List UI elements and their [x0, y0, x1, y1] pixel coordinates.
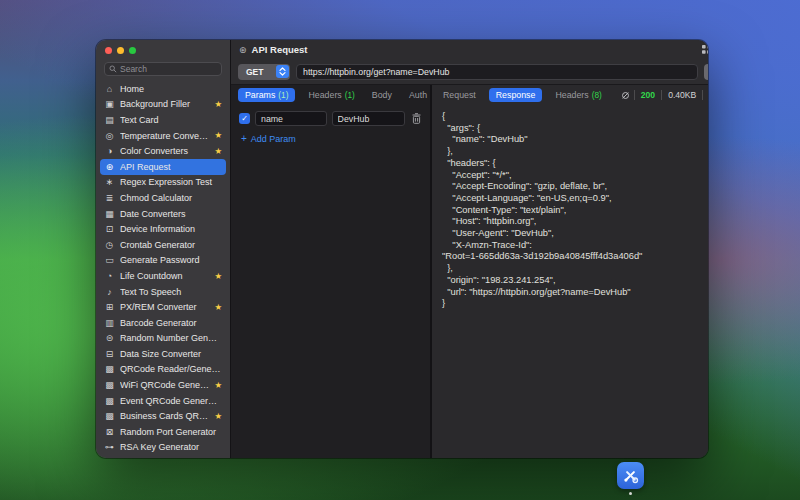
request-tab-label: Params: [245, 90, 275, 100]
param-key-input[interactable]: [255, 111, 327, 126]
sidebar-item[interactable]: ▥ Barcode Generator ★: [100, 315, 226, 331]
star-icon: ★: [214, 412, 222, 421]
sidebar-item[interactable]: ⊜ Random Number Generator ★: [100, 331, 226, 347]
sidebar-item-label: Crontab Generator: [120, 240, 222, 250]
method-select[interactable]: GET: [238, 64, 290, 80]
param-enabled-checkbox[interactable]: ✓: [239, 113, 250, 124]
send-button[interactable]: Send: [704, 64, 708, 80]
sidebar-item-label: Color Converters: [120, 146, 209, 156]
sidebar-item-icon: ⊠: [104, 427, 115, 437]
response-size: 0.40KB: [661, 90, 702, 100]
sidebar-item-label: Regex Expression Test: [120, 177, 222, 187]
sidebar-item-label: Chmod Calculator: [120, 193, 222, 203]
url-input[interactable]: [296, 64, 698, 80]
request-tab[interactable]: Auth: [405, 88, 431, 102]
sidebar-item-icon: ⊜: [104, 333, 115, 343]
sidebar-item-label: QRCode Reader/Generator: [120, 364, 222, 374]
sidebar-item-label: Barcode Generator: [120, 318, 222, 328]
sidebar-item[interactable]: ⊶ RSA Key Generator ★: [100, 440, 226, 456]
request-tab-count: (1): [345, 90, 355, 100]
delete-param-icon[interactable]: [410, 112, 422, 125]
sidebar-item-label: WiFi QRCode Generator: [120, 380, 209, 390]
sidebar-item-label: Text To Speech: [120, 287, 222, 297]
request-tab[interactable]: Body: [368, 88, 396, 102]
sidebar-item-icon: ∗: [104, 177, 115, 187]
request-tab[interactable]: Params (1): [238, 88, 295, 102]
sidebar-item-icon: ⊡: [104, 224, 115, 234]
window-title: API Request: [252, 44, 694, 55]
star-icon: ★: [214, 147, 222, 156]
request-tab-label: Headers: [308, 90, 341, 100]
sidebar-item[interactable]: ▤ Text Card ★: [100, 112, 226, 128]
sidebar-item-icon: ▩: [104, 396, 115, 406]
sidebar-item-label: Background Filler: [120, 99, 209, 109]
sidebar-item-icon: ▦: [104, 209, 115, 219]
sidebar-item-icon: ♪: [104, 287, 115, 297]
request-tab[interactable]: Headers (1): [304, 88, 358, 102]
search-field[interactable]: [104, 62, 222, 76]
sidebar-item-icon: ◷: [104, 240, 115, 250]
sidebar-item[interactable]: ◔ Life Countdown ★: [100, 268, 226, 284]
sidebar-item-icon: ▩: [104, 364, 115, 374]
sidebar-item[interactable]: ⌂ Home ★: [100, 81, 226, 97]
star-icon: ★: [214, 381, 222, 390]
sidebar-item[interactable]: ◷ Crontab Generator ★: [100, 237, 226, 253]
response-tab[interactable]: Request: [439, 88, 480, 102]
sidebar-item-icon: ⊟: [104, 349, 115, 359]
zoom-button[interactable]: [129, 47, 136, 54]
sidebar-item[interactable]: ⊞ PX/REM Converter ★: [100, 299, 226, 315]
sidebar-item[interactable]: ♪ Text To Speech ★: [100, 284, 226, 300]
sidebar-item-label: Random Number Generator: [120, 333, 222, 343]
dock-app-icon[interactable]: [617, 462, 644, 489]
sidebar-item-label: Text Card: [120, 115, 222, 125]
sidebar-item[interactable]: ⊟ Data Size Converter ★: [100, 346, 226, 362]
grid-view-icon[interactable]: [698, 44, 708, 56]
response-tab-count: (8): [592, 90, 602, 100]
sidebar-item-icon: ▩: [104, 411, 115, 421]
sidebar-item[interactable]: ▣ Background Filler ★: [100, 97, 226, 113]
param-value-input[interactable]: [332, 111, 405, 126]
response-tab[interactable]: Headers (8): [551, 88, 605, 102]
sidebar-item-label: RSA Key Generator: [120, 442, 222, 452]
request-tab-label: Auth: [409, 90, 427, 100]
sidebar-item-icon: ⊶: [104, 442, 115, 452]
sidebar-item[interactable]: ⊠ Random Port Generator ★: [100, 424, 226, 440]
sidebar-item[interactable]: ⊡ Device Information ★: [100, 221, 226, 237]
star-icon: ★: [214, 272, 222, 281]
close-button[interactable]: [105, 47, 112, 54]
sidebar-item[interactable]: ◎ Temperature Converter ★: [100, 128, 226, 144]
response-tab[interactable]: Response: [489, 88, 543, 102]
sidebar-item-label: Home: [120, 84, 222, 94]
sidebar: ⌂ Home ★ ▣ Background Filler ★ ▤ Text Ca…: [96, 40, 230, 458]
sidebar-item-label: Date Converters: [120, 209, 222, 219]
sidebar-item[interactable]: ▩ Event QRCode Generator ★: [100, 393, 226, 409]
sidebar-item-label: API Request: [120, 162, 222, 172]
plus-icon: +: [241, 134, 247, 144]
app-window: ⌂ Home ★ ▣ Background Filler ★ ▤ Text Ca…: [96, 40, 708, 458]
sidebar-item-label: PX/REM Converter: [120, 302, 209, 312]
sidebar-item-icon: ▣: [104, 99, 115, 109]
sidebar-item[interactable]: ▩ Business Cards QRCode... ★: [100, 408, 226, 424]
sidebar-item[interactable]: ◑ Color Converters ★: [100, 143, 226, 159]
sidebar-item[interactable]: ▦ Date Converters ★: [100, 206, 226, 222]
minimize-button[interactable]: [117, 47, 124, 54]
sidebar-item[interactable]: ▩ WiFi QRCode Generator ★: [100, 377, 226, 393]
sidebar-item[interactable]: ▭ Generate Password ★: [100, 253, 226, 269]
method-label: GET: [246, 67, 263, 77]
sidebar-item[interactable]: ▩ QRCode Reader/Generator ★: [100, 362, 226, 378]
sidebar-item-icon: ◑: [104, 146, 115, 156]
sidebar-item[interactable]: ∗ Regex Expression Test ★: [100, 175, 226, 191]
sidebar-item-label: Temperature Converter: [120, 131, 209, 141]
star-icon: ★: [214, 131, 222, 140]
main-area: ⊛ API Request GET Send: [230, 40, 708, 458]
request-tabs: Params (1) Headers (1) Body Auth: [231, 85, 430, 105]
sidebar-item[interactable]: ≣ Chmod Calculator ★: [100, 190, 226, 206]
sidebar-item[interactable]: ⊛ API Request ★: [100, 159, 226, 175]
response-body: { "args": { "name": "DevHub" }, "headers…: [432, 105, 708, 458]
sidebar-item-label: Business Cards QRCode...: [120, 411, 209, 421]
add-param-button[interactable]: + Add Param: [231, 126, 430, 144]
sidebar-item-icon: ▤: [104, 115, 115, 125]
search-input[interactable]: [120, 64, 217, 74]
link-icon[interactable]: [615, 91, 634, 100]
star-icon: ★: [214, 303, 222, 312]
